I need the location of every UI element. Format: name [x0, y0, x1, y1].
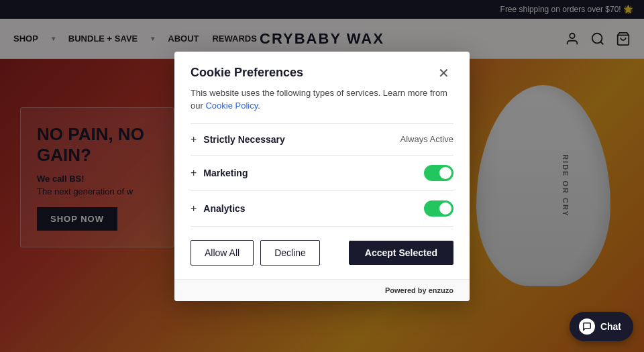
cookie-items-list: + Strictly Necessary Always Active + Mar… [191, 123, 453, 227]
analytics-toggle[interactable] [424, 200, 453, 217]
modal-footer: Allow All Decline Accept Selected [174, 227, 470, 279]
cookie-modal: Cookie Preferences ✕ This website uses t… [174, 52, 470, 301]
decline-button[interactable]: Decline [260, 240, 320, 266]
close-button[interactable]: ✕ [434, 65, 453, 81]
cookie-item-marketing: + Marketing [191, 156, 453, 191]
allow-all-button[interactable]: Allow All [191, 240, 254, 266]
powered-by-footer: Powered by enzuzo [174, 279, 470, 301]
cookie-item-analytics: + Analytics [191, 191, 453, 227]
chat-icon [579, 318, 595, 335]
expand-marketing-icon[interactable]: + [191, 167, 197, 179]
chat-bubble-icon [582, 322, 592, 331]
strictly-necessary-label: Strictly Necessary [203, 134, 284, 145]
enzuzo-brand: enzuzo [429, 286, 453, 294]
expand-analytics-icon[interactable]: + [191, 202, 197, 215]
accept-selected-button[interactable]: Accept Selected [349, 241, 453, 265]
marketing-label: Marketing [203, 168, 248, 178]
modal-title: Cookie Preferences [191, 66, 303, 80]
analytics-label: Analytics [203, 203, 245, 214]
modal-header: Cookie Preferences ✕ [174, 52, 470, 86]
marketing-toggle[interactable] [424, 165, 453, 181]
cookie-item-strictly-necessary: + Strictly Necessary Always Active [191, 124, 453, 156]
chat-button[interactable]: Chat [570, 312, 633, 341]
chat-label: Chat [600, 321, 621, 332]
always-active-label: Always Active [400, 134, 453, 144]
expand-strictly-necessary-icon[interactable]: + [191, 133, 197, 145]
modal-description: This website uses the following types of… [174, 86, 470, 123]
cookie-policy-link[interactable]: Cookie Policy [205, 101, 258, 111]
